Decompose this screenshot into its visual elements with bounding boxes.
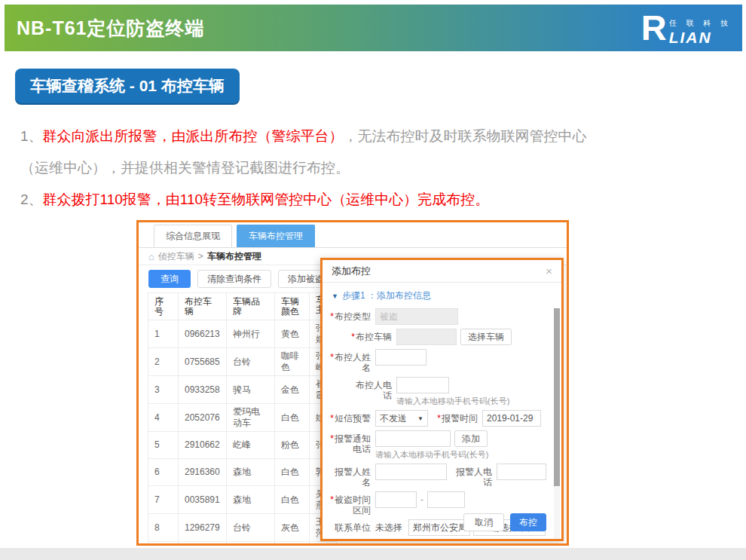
scrollbar-thumb[interactable] (554, 308, 560, 486)
col-brand: 车辆品牌 (227, 293, 275, 320)
stolen-period-row: *被盗时间区间 - (329, 491, 549, 516)
table-row: 20755685台铃咖啡色张峰 (148, 348, 337, 376)
reporter-phone-label: 报警人电话 (450, 464, 492, 488)
slide-bottom-strip (0, 548, 746, 560)
stolen-period-label: *被盗时间区间 (329, 491, 371, 516)
contact-unit-label: 联系单位 (329, 519, 371, 533)
confirm-control-button[interactable]: 布控 (510, 513, 546, 531)
col-seq: 序号 (148, 293, 179, 320)
stolen-end-input[interactable] (427, 491, 465, 508)
required-asterisk: * (437, 413, 441, 424)
reporter-row: 报警人姓名 报警人电话 (329, 464, 549, 488)
control-person-phone-label: 布控人电话 (350, 377, 392, 401)
query-button[interactable]: 查询 (148, 270, 191, 288)
control-person-name-label: *布控人姓名 (329, 349, 371, 373)
stolen-start-input[interactable] (375, 491, 417, 508)
logo-r-icon: R (641, 13, 667, 43)
breadcrumb-current: 车辆布控管理 (207, 250, 261, 263)
dialog-title: 添加布控 (332, 265, 371, 278)
table-row: 62916360森地白色郭 (148, 459, 337, 486)
breadcrumb-root[interactable]: 侦控车辆 (158, 250, 194, 263)
intro-item-1-gray2: （运维中心），并提供相关警情登记截图进行布控。 (20, 160, 350, 176)
intro-item-1-red: 群众向派出所报警，由派出所布控（警综平台） (43, 128, 344, 144)
add-phone-button[interactable]: 添加 (454, 430, 488, 447)
section-badge: 车辆查稽系统 - 01 布控车辆 (15, 69, 240, 103)
table-header-row: 序号 布控车辆 车辆品牌 车辆颜色 车主姓名 (148, 293, 337, 320)
control-type-row: *布控类型 (329, 308, 549, 325)
slide-title: NB-T61定位防盗终端 (17, 16, 205, 41)
sms-and-time-row: *短信预警 不发送 ▼ *报警时间 (329, 410, 549, 427)
unit-unselected-text: 未选择 (375, 519, 402, 536)
step-arrow-icon: ▼ (332, 292, 338, 300)
intro-item-1-number: 1、 (20, 128, 43, 144)
app-screenshot: 综合信息展现 车辆布控管理 ⌂ 侦控车辆 > 车辆布控管理 查询 清除查询条件 … (136, 220, 569, 546)
control-person-phone-input[interactable] (396, 377, 449, 393)
table-row: 10966213神州行黄色张娥 (148, 320, 337, 348)
notify-phone-row: *报警通知电话 添加 请输入本地移动手机号码(长号) (329, 430, 549, 460)
control-type-label: *布控类型 (329, 308, 371, 322)
intro-item-2-red: 群众拨打110报警，由110转至物联网管控中心（运维中心）完成布控。 (43, 191, 490, 207)
required-asterisk: * (330, 352, 334, 363)
table-row: 70035891森地白色吴燕 (148, 486, 337, 514)
col-vehicle: 布控车辆 (179, 293, 227, 320)
close-icon[interactable]: × (546, 265, 552, 277)
intro-item-2-number: 2、 (20, 191, 43, 207)
home-icon: ⌂ (148, 252, 154, 262)
reporter-phone-input[interactable] (497, 464, 546, 480)
notify-phone-hint: 请输入本地移动手机号码(长号) (375, 449, 488, 460)
reporter-name-label: 报警人姓名 (329, 464, 371, 488)
notify-phone-input[interactable] (375, 430, 451, 447)
intro-item-1: 1、群众向派出所报警，由派出所布控（警综平台），无法布控时及时联系物联网管控中心… (20, 121, 732, 184)
dialog-scrollbar[interactable] (554, 308, 560, 539)
control-vehicle-input (396, 329, 457, 345)
required-asterisk: * (351, 332, 355, 342)
sms-alert-select[interactable]: 不发送 ▼ (375, 410, 428, 427)
control-type-input (375, 308, 458, 325)
table-row: 81296279台铃灰色王萍 (148, 514, 337, 542)
intro-paragraphs: 1、群众向派出所报警，由派出所布控（警综平台），无法布控时及时联系物联网管控中心… (20, 121, 732, 216)
logo-company-en: LIAN (669, 29, 732, 45)
intro-item-2: 2、群众拨打110报警，由110转至物联网管控中心（运维中心）完成布控。 (20, 184, 732, 216)
intro-item-1-gray1: ，无法布控时及时联系物联网管控中心 (344, 128, 587, 144)
table-row: 52910662屹峰粉色张 (148, 432, 337, 459)
required-asterisk: * (330, 413, 334, 424)
control-vehicle-row: *布控车辆 选择车辆 (350, 329, 549, 345)
sms-alert-label: *短信预警 (329, 410, 371, 424)
table-row: 93775571极速酷车蓝色王全 (148, 542, 337, 544)
unit-select-1[interactable]: 郑州市公安局 ▼ (408, 519, 470, 536)
dialog-footer: 取消 布控 (463, 513, 546, 531)
control-vehicle-label: *布控车辆 (350, 329, 392, 342)
clear-query-button[interactable]: 清除查询条件 (197, 270, 271, 288)
tab-bar: 综合信息展现 车辆布控管理 (139, 222, 567, 248)
required-asterisk: * (330, 433, 334, 444)
vehicle-table: 序号 布控车辆 车辆品牌 车辆颜色 车主姓名 10966213神州行黄色张娥 2… (148, 292, 337, 543)
add-control-dialog: 添加布控 × ▼步骤1 ：添加布控信息 *布控类型 *布控车辆 选择车辆 *布 (320, 258, 564, 541)
logo-company-cn: 任 联 科 技 (669, 18, 732, 29)
required-asterisk: * (330, 311, 334, 322)
required-asterisk: * (330, 494, 334, 505)
breadcrumb-separator: > (198, 251, 203, 262)
control-person-name-input[interactable] (375, 349, 427, 366)
reporter-name-input[interactable] (375, 464, 447, 480)
sms-alert-value: 不发送 (380, 412, 407, 425)
step-label: ▼步骤1 ：添加布控信息 (332, 289, 549, 302)
slide-header: NB-T61定位防盗终端 R 任 联 科 技 LIAN (5, 5, 742, 51)
notify-phone-label: *报警通知电话 (329, 430, 371, 454)
chevron-down-icon: ▼ (417, 415, 423, 422)
tab-info-overview[interactable]: 综合信息展现 (154, 225, 232, 247)
tab-vehicle-control[interactable]: 车辆布控管理 (237, 225, 315, 247)
alarm-time-label: *报警时间 (436, 410, 478, 424)
control-person-name-row: *布控人姓名 (329, 349, 549, 373)
control-person-phone-row: 布控人电话 请输入本地移动手机号码(长号) (350, 377, 549, 406)
table-row: 30933258骏马金色崔霞 (148, 376, 337, 404)
col-color: 车辆颜色 (275, 293, 310, 320)
dialog-body: ▼步骤1 ：添加布控信息 *布控类型 *布控车辆 选择车辆 *布控人姓名 布控人… (323, 283, 561, 539)
company-logo: R 任 联 科 技 LIAN (641, 11, 732, 45)
phone-hint: 请输入本地移动手机号码(长号) (396, 396, 509, 406)
cancel-button[interactable]: 取消 (463, 513, 504, 531)
choose-vehicle-button[interactable]: 选择车辆 (460, 329, 512, 345)
alarm-time-input[interactable] (482, 410, 541, 427)
range-dash: - (420, 491, 423, 508)
table-row: 42052076爱玛电动车白色姚 (148, 404, 337, 432)
dialog-header: 添加布控 × (323, 260, 561, 283)
